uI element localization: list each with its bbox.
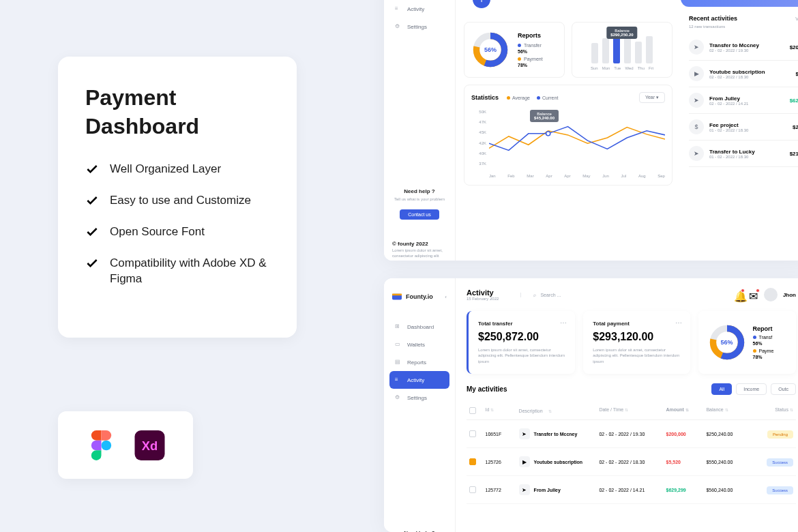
- gear-icon: ⚙: [395, 23, 402, 30]
- page-date: 15 February 2022: [467, 297, 499, 301]
- collapse-icon[interactable]: ‹: [445, 294, 447, 300]
- check-icon: [85, 162, 99, 176]
- status-badge: Success: [767, 458, 793, 467]
- feature-text: Open Source Font: [110, 224, 205, 240]
- activity-row[interactable]: ➤Transfer to Mccney02 - 02 - 2022 / 19.3…: [689, 34, 798, 61]
- brand[interactable]: Founty.io ‹: [384, 278, 455, 315]
- sort-icon[interactable]: ⇅: [725, 408, 728, 412]
- message-icon[interactable]: ✉: [749, 290, 758, 299]
- sidebar-item-activity[interactable]: ≡Activity: [389, 0, 449, 18]
- contact-button[interactable]: Contact us: [400, 209, 439, 220]
- user-item[interactable]: +: [471, 0, 492, 11]
- activities-title: My activities: [467, 385, 507, 393]
- feature-item: Well Organized Layer: [85, 161, 269, 177]
- sidebar-item-wallets[interactable]: ▭Wallets: [389, 336, 449, 353]
- filter-income[interactable]: Income: [736, 383, 767, 395]
- search-input[interactable]: ⌕ Search ...: [520, 293, 561, 297]
- user-item[interactable]: Samanta#1825: [499, 0, 521, 11]
- svg-text:Xd: Xd: [142, 439, 158, 453]
- dashboard-preview-2: Founty.io ‹ ⊞Dashboard ▭Wallets ▤Reports…: [384, 278, 798, 532]
- sort-icon[interactable]: ⇅: [790, 408, 793, 412]
- dashboard-preview-1: ▤Reports ≡Activity ⚙Settings Need help ?…: [384, 0, 798, 261]
- help-box: Need help ? Tell us what is your problem…: [392, 188, 447, 220]
- add-user-icon[interactable]: +: [473, 0, 490, 8]
- more-icon[interactable]: ⋯: [675, 319, 682, 327]
- sort-icon[interactable]: ⇅: [548, 409, 552, 413]
- feature-list: Well Organized Layer Easy to use and Cus…: [85, 161, 269, 287]
- avatar[interactable]: [764, 288, 778, 301]
- sidebar: Founty.io ‹ ⊞Dashboard ▭Wallets ▤Reports…: [384, 278, 456, 532]
- year-selector[interactable]: Year ▾: [639, 92, 665, 103]
- apps-card: Xd: [58, 411, 193, 479]
- page-header: Activity 15 February 2022 ⌕ Search ... 🔔…: [456, 278, 798, 311]
- help-text: Tell us what is your problem: [392, 197, 447, 201]
- user-item[interactable]: Mccney#1825: [644, 0, 666, 11]
- activity-icon: ➤: [689, 40, 704, 55]
- document-icon: ▤: [395, 359, 402, 366]
- feature-item: Open Source Font: [85, 224, 269, 240]
- status-badge: Success: [767, 486, 793, 494]
- sort-icon[interactable]: ⇅: [685, 408, 689, 412]
- notification-icon[interactable]: 🔔: [734, 290, 743, 299]
- activity-row[interactable]: ➤From Julley02 - 02 - 2022 / 14.21$62: [689, 87, 798, 114]
- username: Jhon: [783, 292, 796, 298]
- reports-card: 56% Reports Transfer 56% Payment 78%: [464, 22, 565, 78]
- statistics-title: Statistics: [471, 94, 499, 101]
- checkbox-all[interactable]: [469, 407, 476, 414]
- sidebar-item-reports[interactable]: ▤Reports: [389, 353, 449, 371]
- more-icon[interactable]: ⋯: [560, 319, 567, 327]
- sidebar-item-activity[interactable]: ≡Activity: [389, 371, 449, 389]
- svg-point-0: [102, 440, 112, 450]
- row-icon: ➤: [519, 428, 530, 439]
- balance-card: Balance$290,250.20 SunMonTueWedThuFri: [572, 22, 673, 78]
- checkbox[interactable]: [469, 458, 476, 465]
- sidebar-item-dashboard[interactable]: ⊞Dashboard: [389, 318, 449, 336]
- check-icon: [85, 225, 99, 239]
- table-row[interactable]: 10651F ➤Transfer to Mccney 02 - 02 - 202…: [467, 420, 796, 448]
- stat-card-reports: 56% Report Transf 56% Payme 78%: [698, 311, 796, 374]
- xd-icon: Xd: [134, 430, 166, 460]
- gear-icon: ⚙: [395, 394, 402, 401]
- svg-rect-8: [392, 294, 402, 296]
- activities-table: Id⇅ Description⇅ Date / Time⇅ Amount⇅ Ba…: [467, 402, 796, 504]
- stat-card-payment: ⋯ Total payment $293,120.00 Lorem ipsum …: [583, 311, 690, 374]
- brand-icon: [392, 292, 402, 301]
- card-number: 2516 **** **** 6121: [681, 0, 798, 7]
- activity-row[interactable]: $Fee project01 - 02 - 2022 / 18.30$2: [689, 114, 798, 141]
- recent-activities: Recent activitiesV 12 new transactions ➤…: [681, 7, 798, 175]
- wallet-icon: ▭: [395, 341, 402, 348]
- sort-icon[interactable]: ⇅: [490, 408, 494, 412]
- activity-row[interactable]: ▶Youtube subscription02 - 02 - 2022 / 18…: [689, 61, 798, 87]
- reports-title: Reports: [518, 32, 543, 39]
- user-item[interactable]: Amirta#1825: [529, 0, 550, 11]
- feature-text: Easy to use and Customize: [110, 192, 251, 209]
- activity-icon: ≡: [395, 5, 402, 12]
- table-row[interactable]: 125772 ➤From Julley 02 - 02 - 2022 / 14.…: [467, 476, 796, 504]
- activity-icon: ➤: [689, 93, 704, 108]
- statistics-card: Statistics Average Current Year ▾ 50K47K…: [464, 85, 673, 186]
- filter-outcome[interactable]: Outc: [771, 383, 796, 395]
- stat-card-transfer: ⋯ Total transfer $250,872.00 Lorem ipsum…: [467, 311, 575, 374]
- user-item[interactable]: Lucky#1825: [615, 0, 636, 11]
- checkbox[interactable]: [469, 430, 476, 437]
- table-row[interactable]: 125726 ▶Youtube subscription 02 - 02 - 2…: [467, 448, 796, 476]
- dashboard-right-panel: 2516 **** **** 6121 Recent activitiesV 1…: [681, 0, 798, 261]
- user-item[interactable]: Frankie#1825: [557, 0, 579, 11]
- legend-dot-payment: [518, 57, 521, 61]
- activity-row[interactable]: ➤Transfer to Lucky01 - 02 - 2022 / 18.30…: [689, 141, 798, 167]
- user-item[interactable]: Amarta#1825: [586, 0, 608, 11]
- sidebar-item-settings[interactable]: ⚙Settings: [389, 18, 449, 35]
- activity-filters: All Income Outc: [711, 383, 796, 395]
- users-row: + Samanta#1825 Amirta#1825 Frankie#1825 …: [464, 0, 673, 14]
- recent-title: Recent activities: [689, 15, 737, 22]
- balance-days: SunMonTueWedThuFri: [579, 66, 665, 70]
- feature-item: Compatibility with Adobe XD & Figma: [85, 255, 269, 288]
- statistics-chart: 50K47K45K42K40K37K Balance$45,240.00 Jan…: [471, 110, 665, 178]
- sort-icon[interactable]: ⇅: [625, 408, 628, 412]
- activities-section: My activities All Income Outc Id⇅ Descri…: [467, 383, 796, 504]
- checkbox[interactable]: [469, 486, 476, 493]
- footer-copyright: © founty 2022: [392, 241, 428, 247]
- table-header: Id⇅ Description⇅ Date / Time⇅ Amount⇅ Ba…: [467, 402, 796, 420]
- filter-all[interactable]: All: [711, 383, 732, 395]
- sidebar-item-settings[interactable]: ⚙Settings: [389, 389, 449, 407]
